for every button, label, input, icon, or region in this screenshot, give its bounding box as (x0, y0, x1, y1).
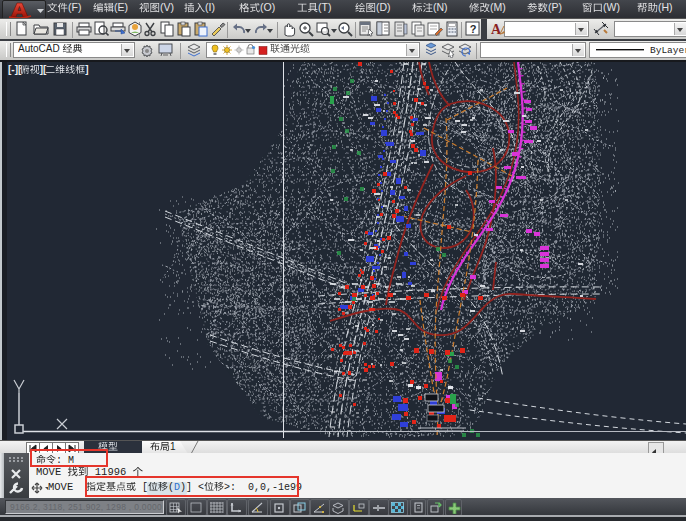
svg-text:(V): (V) (160, 3, 174, 13)
svg-text:A: A (491, 22, 502, 37)
svg-text:(M): (M) (490, 3, 506, 13)
svg-text:(N): (N) (433, 3, 448, 13)
svg-text:][: ][ (40, 65, 47, 75)
svg-text:[-][: [-][ (8, 65, 22, 75)
svg-text:(I): (I) (205, 3, 215, 13)
svg-text:(F): (F) (68, 3, 81, 13)
svg-text:MOVE: MOVE (36, 467, 68, 478)
svg-text:(O): (O) (260, 3, 275, 13)
svg-text:MOVE: MOVE (48, 482, 73, 493)
svg-text:?: ? (470, 23, 477, 35)
svg-text:]: ] (85, 65, 88, 75)
svg-text:(P): (P) (548, 3, 562, 13)
svg-text:1: 1 (170, 442, 176, 452)
svg-text:(D): (D) (376, 3, 391, 13)
svg-text:(E): (E) (114, 3, 128, 13)
svg-text:(T): (T) (318, 3, 331, 13)
svg-text:(W): (W) (603, 3, 620, 13)
svg-text:AutoCAD: AutoCAD (18, 44, 62, 54)
svg-text:(H): (H) (658, 3, 673, 13)
